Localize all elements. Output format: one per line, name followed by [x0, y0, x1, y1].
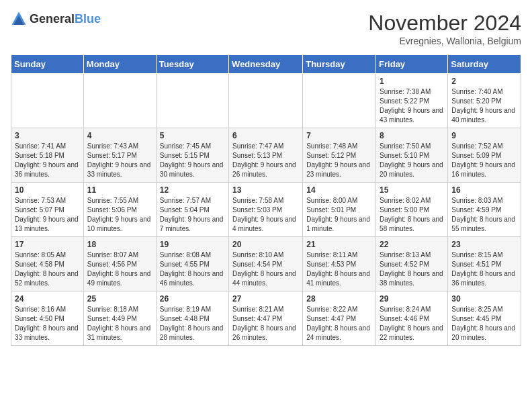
table-row: 17Sunrise: 8:05 AM Sunset: 4:58 PM Dayli… [11, 237, 84, 291]
day-info: Sunrise: 7:52 AM Sunset: 5:09 PM Dayligh… [451, 142, 517, 179]
day-number: 8 [380, 131, 444, 140]
day-info: Sunrise: 7:53 AM Sunset: 5:07 PM Dayligh… [15, 196, 80, 234]
day-number: 6 [232, 131, 299, 140]
table-row: 10Sunrise: 7:53 AM Sunset: 5:07 PM Dayli… [11, 183, 84, 237]
table-row: 21Sunrise: 8:11 AM Sunset: 4:53 PM Dayli… [303, 237, 376, 291]
month-title: November 2024 [368, 11, 521, 36]
table-row: 6Sunrise: 7:47 AM Sunset: 5:13 PM Daylig… [229, 128, 303, 183]
day-info: Sunrise: 7:41 AM Sunset: 5:18 PM Dayligh… [15, 142, 80, 179]
day-number: 15 [380, 185, 444, 195]
col-monday: Monday [83, 55, 156, 74]
day-info: Sunrise: 7:50 AM Sunset: 5:10 PM Dayligh… [380, 142, 444, 179]
day-number: 17 [15, 240, 80, 249]
table-row: 9Sunrise: 7:52 AM Sunset: 5:09 PM Daylig… [448, 128, 521, 183]
day-info: Sunrise: 8:25 AM Sunset: 4:45 PM Dayligh… [451, 305, 517, 342]
week-row-1: 1Sunrise: 7:38 AM Sunset: 5:22 PM Daylig… [11, 74, 521, 128]
table-row [156, 74, 228, 128]
table-row [83, 74, 156, 128]
day-number: 7 [306, 131, 372, 140]
day-info: Sunrise: 8:16 AM Sunset: 4:50 PM Dayligh… [15, 305, 80, 342]
day-info: Sunrise: 8:21 AM Sunset: 4:47 PM Dayligh… [232, 305, 299, 342]
day-number: 20 [232, 240, 299, 249]
day-number: 11 [87, 185, 152, 195]
table-row: 15Sunrise: 8:02 AM Sunset: 5:00 PM Dayli… [376, 183, 448, 237]
table-row: 30Sunrise: 8:25 AM Sunset: 4:45 PM Dayli… [448, 291, 521, 346]
day-number: 3 [15, 131, 80, 140]
day-number: 25 [87, 294, 152, 304]
day-number: 26 [160, 294, 225, 304]
table-row [303, 74, 376, 128]
table-row: 24Sunrise: 8:16 AM Sunset: 4:50 PM Dayli… [11, 291, 84, 346]
table-row: 23Sunrise: 8:15 AM Sunset: 4:51 PM Dayli… [448, 237, 521, 291]
day-number: 13 [232, 185, 299, 195]
calendar: Sunday Monday Tuesday Wednesday Thursday… [11, 54, 521, 346]
week-row-5: 24Sunrise: 8:16 AM Sunset: 4:50 PM Dayli… [11, 291, 521, 346]
day-number: 28 [306, 294, 372, 304]
day-info: Sunrise: 7:43 AM Sunset: 5:17 PM Dayligh… [87, 142, 152, 179]
day-info: Sunrise: 8:07 AM Sunset: 4:56 PM Dayligh… [87, 250, 152, 288]
day-number: 2 [451, 77, 517, 86]
table-row: 26Sunrise: 8:19 AM Sunset: 4:48 PM Dayli… [156, 291, 228, 346]
day-info: Sunrise: 8:10 AM Sunset: 4:54 PM Dayligh… [232, 250, 299, 288]
table-row: 1Sunrise: 7:38 AM Sunset: 5:22 PM Daylig… [376, 74, 448, 128]
day-info: Sunrise: 7:48 AM Sunset: 5:12 PM Dayligh… [306, 142, 372, 179]
table-row: 19Sunrise: 8:08 AM Sunset: 4:55 PM Dayli… [156, 237, 228, 291]
day-number: 22 [380, 240, 444, 249]
table-row: 29Sunrise: 8:24 AM Sunset: 4:46 PM Dayli… [376, 291, 448, 346]
table-row: 28Sunrise: 8:22 AM Sunset: 4:47 PM Dayli… [303, 291, 376, 346]
table-row: 12Sunrise: 7:57 AM Sunset: 5:04 PM Dayli… [156, 183, 228, 237]
day-info: Sunrise: 7:40 AM Sunset: 5:20 PM Dayligh… [451, 87, 517, 125]
day-number: 18 [87, 240, 152, 249]
day-number: 5 [160, 131, 225, 140]
table-row: 18Sunrise: 8:07 AM Sunset: 4:56 PM Dayli… [83, 237, 156, 291]
day-info: Sunrise: 8:08 AM Sunset: 4:55 PM Dayligh… [160, 250, 225, 288]
day-info: Sunrise: 8:00 AM Sunset: 5:01 PM Dayligh… [306, 196, 372, 234]
col-thursday: Thursday [303, 55, 376, 74]
table-row: 7Sunrise: 7:48 AM Sunset: 5:12 PM Daylig… [303, 128, 376, 183]
calendar-header-row: Sunday Monday Tuesday Wednesday Thursday… [11, 55, 521, 74]
day-info: Sunrise: 8:24 AM Sunset: 4:46 PM Dayligh… [380, 305, 444, 342]
table-row: 2Sunrise: 7:40 AM Sunset: 5:20 PM Daylig… [448, 74, 521, 128]
logo-general: General [30, 12, 75, 26]
table-row: 8Sunrise: 7:50 AM Sunset: 5:10 PM Daylig… [376, 128, 448, 183]
day-info: Sunrise: 8:02 AM Sunset: 5:00 PM Dayligh… [380, 196, 444, 234]
table-row: 16Sunrise: 8:03 AM Sunset: 4:59 PM Dayli… [448, 183, 521, 237]
day-info: Sunrise: 7:58 AM Sunset: 5:03 PM Dayligh… [232, 196, 299, 234]
logo-icon [11, 11, 27, 27]
table-row: 4Sunrise: 7:43 AM Sunset: 5:17 PM Daylig… [83, 128, 156, 183]
table-row: 11Sunrise: 7:55 AM Sunset: 5:06 PM Dayli… [83, 183, 156, 237]
week-row-4: 17Sunrise: 8:05 AM Sunset: 4:58 PM Dayli… [11, 237, 521, 291]
col-tuesday: Tuesday [156, 55, 228, 74]
table-row: 5Sunrise: 7:45 AM Sunset: 5:15 PM Daylig… [156, 128, 228, 183]
day-info: Sunrise: 8:15 AM Sunset: 4:51 PM Dayligh… [451, 250, 517, 288]
table-row [11, 74, 84, 128]
day-number: 4 [87, 131, 152, 140]
day-number: 1 [380, 77, 444, 86]
day-info: Sunrise: 8:11 AM Sunset: 4:53 PM Dayligh… [306, 250, 372, 288]
day-info: Sunrise: 8:03 AM Sunset: 4:59 PM Dayligh… [451, 196, 517, 234]
day-number: 9 [451, 131, 517, 140]
day-number: 24 [15, 294, 80, 304]
day-number: 27 [232, 294, 299, 304]
day-info: Sunrise: 8:18 AM Sunset: 4:49 PM Dayligh… [87, 305, 152, 342]
week-row-2: 3Sunrise: 7:41 AM Sunset: 5:18 PM Daylig… [11, 128, 521, 183]
title-block: November 2024 Evregnies, Wallonia, Belgi… [368, 11, 521, 46]
table-row: 13Sunrise: 7:58 AM Sunset: 5:03 PM Dayli… [229, 183, 303, 237]
day-info: Sunrise: 7:47 AM Sunset: 5:13 PM Dayligh… [232, 142, 299, 179]
page-header: GeneralBlue November 2024 Evregnies, Wal… [11, 11, 521, 46]
day-number: 29 [380, 294, 444, 304]
table-row: 25Sunrise: 8:18 AM Sunset: 4:49 PM Dayli… [83, 291, 156, 346]
day-number: 12 [160, 185, 225, 195]
day-number: 16 [451, 185, 517, 195]
col-saturday: Saturday [448, 55, 521, 74]
day-number: 10 [15, 185, 80, 195]
day-info: Sunrise: 8:22 AM Sunset: 4:47 PM Dayligh… [306, 305, 372, 342]
col-sunday: Sunday [11, 55, 84, 74]
day-info: Sunrise: 8:13 AM Sunset: 4:52 PM Dayligh… [380, 250, 444, 288]
day-info: Sunrise: 8:19 AM Sunset: 4:48 PM Dayligh… [160, 305, 225, 342]
day-info: Sunrise: 7:55 AM Sunset: 5:06 PM Dayligh… [87, 196, 152, 234]
col-friday: Friday [376, 55, 448, 74]
week-row-3: 10Sunrise: 7:53 AM Sunset: 5:07 PM Dayli… [11, 183, 521, 237]
col-wednesday: Wednesday [229, 55, 303, 74]
table-row [229, 74, 303, 128]
